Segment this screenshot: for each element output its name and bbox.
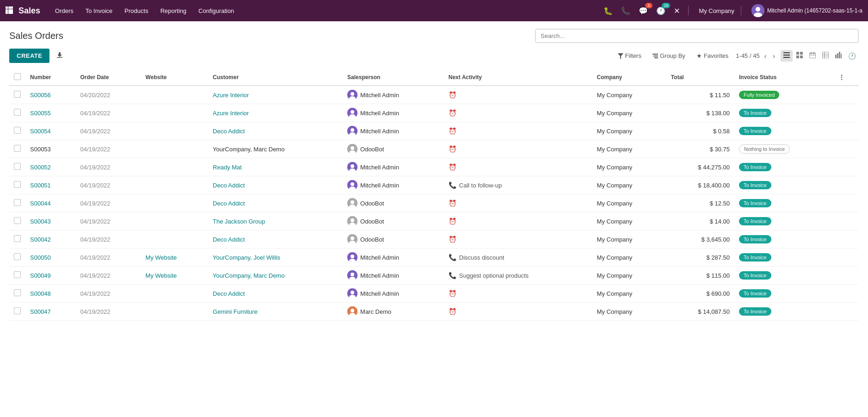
close-icon[interactable]: ✕ — [672, 5, 682, 17]
favorites-button[interactable]: ★ Favorites — [693, 50, 732, 61]
phone-icon[interactable]: 📞 — [619, 5, 632, 17]
row-checkbox-cell[interactable] — [9, 303, 25, 321]
create-button[interactable]: CREATE — [9, 49, 49, 63]
table-view-button[interactable] — [819, 50, 831, 62]
salesperson-avatar — [347, 306, 357, 317]
activity-clock-icon[interactable]: ⏰ — [449, 109, 456, 117]
customer-link[interactable]: Deco Addict — [213, 290, 245, 297]
bug-icon[interactable]: 🐛 — [602, 5, 615, 17]
order-number-link[interactable]: S00054 — [30, 128, 51, 135]
activity-clock-icon[interactable]: ⏰ — [449, 145, 456, 153]
customer-link[interactable]: The Jackson Group — [213, 218, 265, 225]
status-badge: To Invoice — [739, 253, 771, 261]
list-view-button[interactable] — [781, 50, 793, 62]
company-cell: My Company — [592, 267, 666, 285]
order-number-link[interactable]: S00047 — [30, 308, 51, 315]
activity-clock-icon[interactable]: ⏰ — [449, 127, 456, 135]
prev-page-button[interactable]: ‹ — [763, 51, 769, 61]
customer-link[interactable]: Deco Addict — [213, 128, 245, 135]
order-number-link[interactable]: S00044 — [30, 200, 51, 207]
col-options[interactable]: ⋮ — [834, 69, 859, 86]
status-cell: To Invoice — [734, 176, 834, 194]
customer-link[interactable]: Deco Addict — [213, 236, 245, 243]
table-row: S00044 04/19/2022 Deco Addict OdooBot ⏰ … — [9, 194, 859, 212]
activity-clock-icon[interactable]: ⏰ — [449, 218, 456, 225]
order-number-link[interactable]: S00051 — [30, 182, 51, 189]
order-number-link[interactable]: S00048 — [30, 290, 51, 297]
row-checkbox-cell[interactable] — [9, 176, 25, 194]
customer-link[interactable]: Azure Interior — [213, 92, 249, 99]
col-order-date[interactable]: Order Date — [75, 69, 141, 86]
website-link[interactable]: My Website — [146, 254, 177, 261]
order-number-link[interactable]: S00042 — [30, 236, 51, 243]
chat-icon[interactable]: 💬 5 — [637, 5, 650, 17]
grid-icon[interactable] — [6, 6, 13, 15]
table-row: S00048 04/19/2022 Deco Addict Mitchell A… — [9, 285, 859, 303]
order-number-link[interactable]: S00055 — [30, 110, 51, 117]
clock-icon[interactable]: 🕐 26 — [654, 5, 667, 17]
salesperson-name: Mitchell Admin — [360, 182, 399, 189]
row-checkbox-cell[interactable] — [9, 285, 25, 303]
calendar-view-button[interactable] — [806, 50, 819, 62]
row-checkbox-cell[interactable] — [9, 230, 25, 249]
activity-clock-icon[interactable]: ⏰ — [449, 236, 456, 243]
nav-configuration[interactable]: Configuration — [193, 4, 240, 18]
customer-link[interactable]: YourCompany, Marc Demo — [213, 272, 284, 279]
kanban-view-button[interactable] — [794, 50, 806, 62]
activity-clock-icon[interactable]: ⏰ — [449, 163, 456, 171]
chart-view-button[interactable] — [832, 50, 844, 62]
number-cell: S00048 — [25, 285, 75, 303]
activity-clock-icon[interactable]: ⏰ — [449, 308, 456, 315]
order-number-link[interactable]: S00049 — [30, 272, 51, 279]
order-number-link[interactable]: S00043 — [30, 218, 51, 225]
salesperson-cell: Mitchell Admin — [343, 267, 444, 285]
customer-link[interactable]: Azure Interior — [213, 110, 249, 117]
download-button[interactable] — [53, 50, 66, 62]
more-view-button[interactable]: 🕐 — [845, 50, 859, 62]
nav-orders[interactable]: Orders — [49, 4, 79, 18]
activity-phone-icon[interactable]: 📞 — [449, 254, 456, 261]
customer-link[interactable]: Gemini Furniture — [213, 308, 258, 315]
nav-reporting[interactable]: Reporting — [155, 4, 192, 18]
row-checkbox-cell[interactable] — [9, 86, 25, 104]
user-menu[interactable]: Mitchell Admin (14657202-saas-15-1-a — [751, 4, 862, 17]
activity-clock-icon[interactable]: ⏰ — [449, 91, 456, 99]
nav-to-invoice[interactable]: To Invoice — [80, 4, 118, 18]
order-number-link[interactable]: S00052 — [30, 164, 51, 171]
row-checkbox-cell[interactable] — [9, 104, 25, 122]
order-number-link[interactable]: S00050 — [30, 254, 51, 261]
row-checkbox-cell[interactable] — [9, 140, 25, 158]
row-checkbox-cell[interactable] — [9, 158, 25, 176]
select-all-checkbox[interactable] — [9, 69, 25, 86]
next-page-button[interactable]: › — [771, 51, 777, 61]
status-badge: Fully Invoiced — [739, 91, 779, 99]
app-brand[interactable]: Sales — [18, 6, 40, 16]
row-checkbox-cell[interactable] — [9, 249, 25, 267]
customer-link[interactable]: Deco Addict — [213, 200, 245, 207]
activity-phone-icon[interactable]: 📞 — [449, 272, 456, 279]
activity-clock-icon[interactable]: ⏰ — [449, 290, 456, 297]
website-link[interactable]: My Website — [146, 272, 177, 279]
filters-button[interactable]: Filters — [614, 50, 645, 61]
customer-link[interactable]: YourCompany, Joel Willis — [213, 254, 280, 261]
col-total[interactable]: Total — [666, 69, 734, 86]
row-checkbox-cell[interactable] — [9, 267, 25, 285]
row-checkbox-cell[interactable] — [9, 122, 25, 140]
col-customer: Customer — [208, 69, 343, 86]
svg-rect-23 — [809, 53, 816, 58]
row-checkbox-cell[interactable] — [9, 212, 25, 230]
company-name[interactable]: My Company — [699, 7, 734, 14]
table-row: S00042 04/19/2022 Deco Addict OdooBot ⏰ … — [9, 230, 859, 249]
search-input[interactable] — [536, 29, 858, 43]
customer-link[interactable]: Ready Mat — [213, 164, 242, 171]
order-number-link[interactable]: S00056 — [30, 92, 51, 99]
nav-products[interactable]: Products — [119, 4, 154, 18]
activity-phone-icon[interactable]: 📞 — [449, 181, 456, 189]
number-cell: S00050 — [25, 249, 75, 267]
col-number[interactable]: Number — [25, 69, 75, 86]
groupby-button[interactable]: Group By — [649, 50, 689, 61]
activity-clock-icon[interactable]: ⏰ — [449, 199, 456, 207]
row-checkbox-cell[interactable] — [9, 194, 25, 212]
customer-link[interactable]: Deco Addict — [213, 182, 245, 189]
status-cell: To Invoice — [734, 285, 834, 303]
